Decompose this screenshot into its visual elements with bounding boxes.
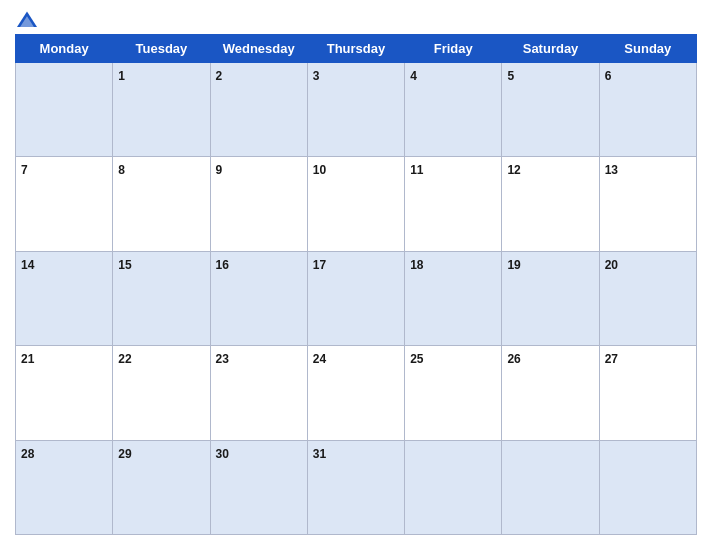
week-row-2: 78910111213 (16, 157, 697, 251)
calendar-cell: 29 (113, 440, 210, 534)
weekday-sunday: Sunday (599, 35, 696, 63)
day-number: 31 (313, 447, 326, 461)
day-number: 17 (313, 258, 326, 272)
calendar-cell: 20 (599, 251, 696, 345)
day-number: 2 (216, 69, 223, 83)
calendar-cell: 23 (210, 346, 307, 440)
calendar-cell: 10 (307, 157, 404, 251)
calendar-cell: 7 (16, 157, 113, 251)
calendar-cell: 4 (405, 63, 502, 157)
top-bar (15, 10, 697, 30)
weekday-header-row: MondayTuesdayWednesdayThursdayFridaySatu… (16, 35, 697, 63)
calendar-cell: 5 (502, 63, 599, 157)
day-number: 9 (216, 163, 223, 177)
logo (15, 10, 47, 30)
calendar-cell (16, 63, 113, 157)
weekday-monday: Monday (16, 35, 113, 63)
calendar-table: MondayTuesdayWednesdayThursdayFridaySatu… (15, 34, 697, 535)
day-number: 20 (605, 258, 618, 272)
calendar-cell: 21 (16, 346, 113, 440)
calendar-cell: 22 (113, 346, 210, 440)
calendar-cell: 11 (405, 157, 502, 251)
calendar-cell: 14 (16, 251, 113, 345)
day-number: 30 (216, 447, 229, 461)
calendar-cell: 16 (210, 251, 307, 345)
day-number: 21 (21, 352, 34, 366)
calendar-cell: 31 (307, 440, 404, 534)
week-row-3: 14151617181920 (16, 251, 697, 345)
calendar-cell: 8 (113, 157, 210, 251)
weekday-tuesday: Tuesday (113, 35, 210, 63)
calendar-cell: 1 (113, 63, 210, 157)
calendar-cell: 6 (599, 63, 696, 157)
day-number: 11 (410, 163, 423, 177)
calendar-cell: 24 (307, 346, 404, 440)
day-number: 18 (410, 258, 423, 272)
day-number: 10 (313, 163, 326, 177)
logo-icon (15, 10, 39, 30)
day-number: 3 (313, 69, 320, 83)
calendar-cell: 15 (113, 251, 210, 345)
calendar-cell (405, 440, 502, 534)
day-number: 12 (507, 163, 520, 177)
calendar-cell: 13 (599, 157, 696, 251)
calendar-cell: 18 (405, 251, 502, 345)
day-number: 23 (216, 352, 229, 366)
day-number: 14 (21, 258, 34, 272)
calendar-cell: 19 (502, 251, 599, 345)
weekday-thursday: Thursday (307, 35, 404, 63)
day-number: 1 (118, 69, 125, 83)
day-number: 7 (21, 163, 28, 177)
weekday-friday: Friday (405, 35, 502, 63)
day-number: 19 (507, 258, 520, 272)
day-number: 29 (118, 447, 131, 461)
week-row-5: 28293031 (16, 440, 697, 534)
day-number: 22 (118, 352, 131, 366)
week-row-1: 123456 (16, 63, 697, 157)
calendar-cell: 9 (210, 157, 307, 251)
day-number: 13 (605, 163, 618, 177)
weekday-wednesday: Wednesday (210, 35, 307, 63)
calendar-cell (502, 440, 599, 534)
week-row-4: 21222324252627 (16, 346, 697, 440)
calendar-cell: 30 (210, 440, 307, 534)
day-number: 6 (605, 69, 612, 83)
day-number: 27 (605, 352, 618, 366)
calendar-cell: 3 (307, 63, 404, 157)
calendar-cell: 26 (502, 346, 599, 440)
day-number: 4 (410, 69, 417, 83)
day-number: 25 (410, 352, 423, 366)
calendar-cell: 2 (210, 63, 307, 157)
calendar-cell: 25 (405, 346, 502, 440)
day-number: 16 (216, 258, 229, 272)
calendar-cell: 27 (599, 346, 696, 440)
calendar-cell (599, 440, 696, 534)
day-number: 15 (118, 258, 131, 272)
weekday-saturday: Saturday (502, 35, 599, 63)
calendar-cell: 12 (502, 157, 599, 251)
day-number: 24 (313, 352, 326, 366)
day-number: 5 (507, 69, 514, 83)
calendar-cell: 17 (307, 251, 404, 345)
day-number: 8 (118, 163, 125, 177)
day-number: 28 (21, 447, 34, 461)
day-number: 26 (507, 352, 520, 366)
calendar-cell: 28 (16, 440, 113, 534)
